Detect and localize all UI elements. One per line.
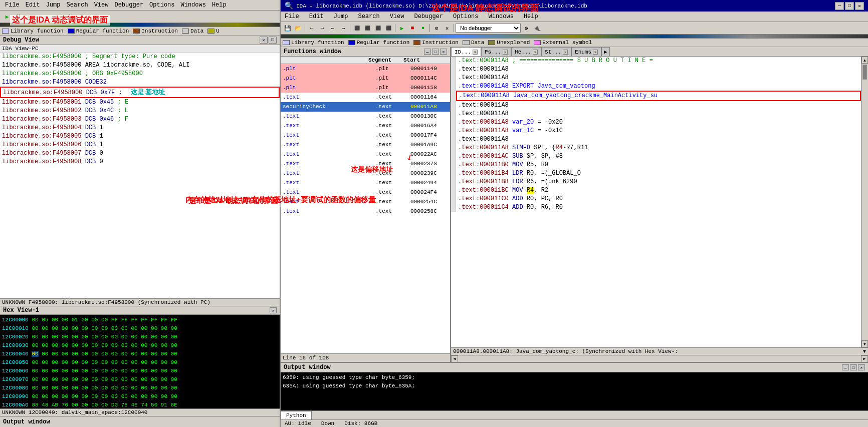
tb-gear[interactable]: ⚙: [431, 23, 442, 33]
function-item[interactable]: .text .text 000016A4: [281, 121, 450, 131]
tab-enums-close[interactable]: ✕: [593, 50, 598, 55]
disk-status: Disk: 86GB: [344, 420, 377, 426]
ida-code-line: .text:000011B8 LDR R6, =(unk_6290: [456, 178, 861, 186]
tb-circle[interactable]: ●: [418, 23, 428, 33]
fwd2-btn[interactable]: ⇒: [338, 23, 348, 33]
fw-col-start: Start: [403, 57, 441, 63]
tab-id[interactable]: ID... ✕: [451, 47, 481, 56]
debug-restore-btn[interactable]: □: [269, 37, 277, 44]
tb-btn4[interactable]: ⬛: [383, 23, 393, 33]
hex-line: 12C00000 00 05 00 00 01 00 00 00 FF FF F…: [2, 316, 278, 324]
code-area-header: IDA View-PC: [0, 45, 280, 53]
fwd-btn[interactable]: →: [317, 23, 327, 33]
code-scrollbar[interactable]: ▲ ▼: [861, 57, 868, 347]
fw-title: Functions window: [284, 48, 341, 55]
ida-menu-search[interactable]: Search: [356, 13, 381, 21]
tab-st[interactable]: St... ✕: [541, 47, 571, 56]
ida-menu-jump[interactable]: Jump: [332, 13, 350, 21]
hex-line: 12C00030 00 00 00 00 00 00 00 00 00 00 0…: [2, 341, 278, 350]
function-item[interactable]: .text .text 00001164: [281, 93, 450, 102]
tb-btn2[interactable]: ⬛: [362, 23, 372, 33]
ida-menu-view[interactable]: View: [388, 13, 406, 21]
tab-enums[interactable]: Enums ✕: [571, 47, 601, 56]
tab-python[interactable]: Python: [281, 411, 312, 419]
ow-restore[interactable]: □: [850, 364, 857, 370]
tb-btn1[interactable]: ⬛: [352, 23, 362, 33]
ida-code-line: .text:000011A8 var_1C = -0x1C: [456, 127, 861, 135]
ow-title-bar: Output window — □ ✕: [281, 363, 868, 372]
open-btn[interactable]: 📂: [293, 23, 303, 33]
menu-jump[interactable]: Jump: [43, 1, 64, 9]
tb-btn3[interactable]: ⬛: [373, 23, 383, 33]
win-minimize-btn[interactable]: —: [835, 2, 844, 10]
debug-close-btn[interactable]: ✕: [260, 37, 268, 44]
save-btn[interactable]: 💾: [283, 23, 293, 33]
code-line: libcrackme.so:F4958004 DCB 1: [0, 124, 280, 132]
tab-ps-close[interactable]: ✕: [503, 50, 508, 55]
menu-help[interactable]: Help: [209, 1, 230, 9]
function-item[interactable]: .text .text 00001A9C: [281, 140, 450, 150]
tb-x[interactable]: ✕: [442, 23, 452, 33]
tab-st-close[interactable]: ✕: [563, 50, 568, 55]
tab-he-close[interactable]: ✕: [533, 50, 538, 55]
ida-code-line: .text:000011A8: [456, 110, 861, 118]
tab-he[interactable]: He... ✕: [511, 47, 541, 56]
function-item[interactable]: .text .text 00002494: [281, 178, 450, 188]
scroll-up-btn[interactable]: ▲: [861, 57, 868, 64]
menu-debugger[interactable]: Debugger: [111, 1, 146, 9]
menu-edit[interactable]: Edit: [23, 1, 43, 9]
ida-menu-windows[interactable]: Windows: [487, 13, 516, 21]
function-item-selected[interactable]: securityCheck .text 000011A8: [281, 102, 450, 112]
tb-analyze[interactable]: ▶: [397, 23, 407, 33]
fw-minimize[interactable]: —: [424, 49, 431, 55]
tb-settings[interactable]: ⚙: [521, 23, 531, 33]
tb-connect[interactable]: 🔌: [532, 23, 542, 33]
ida-legend: Library function Regular function Instru…: [281, 39, 868, 47]
output-window: Output window — □ ✕ 6359: using guessed …: [281, 362, 868, 427]
ida-menu-help[interactable]: Help: [522, 13, 540, 21]
tab-id-close[interactable]: ✕: [473, 50, 478, 55]
ow-close[interactable]: ✕: [858, 364, 865, 370]
ow-line: 635A: using guessed type char byte_635A;: [283, 382, 866, 390]
menu-windows[interactable]: Windows: [178, 1, 209, 9]
hex-line: 12C00070 00 00 00 00 00 00 00 00 00 00 0…: [2, 375, 278, 384]
back2-btn[interactable]: ⇐: [328, 23, 338, 33]
ida-tabs-bar: ID... ✕ Ps... ✕ He... ✕ St...: [451, 47, 868, 57]
ida-code-line: .text:000011A8 EXPORT Java_com_vaotong: [456, 82, 861, 91]
function-item[interactable]: .text .text 000017F4: [281, 131, 450, 140]
tb-stop[interactable]: ■: [407, 23, 417, 33]
debugger-select[interactable]: No debugger: [456, 24, 521, 33]
function-item[interactable]: .plt .plt 00001140: [281, 64, 450, 74]
scroll-down-btn[interactable]: ▼: [861, 340, 868, 347]
fw-close[interactable]: ✕: [440, 49, 447, 55]
back-btn[interactable]: ←: [307, 23, 317, 33]
fw-restore[interactable]: □: [432, 49, 439, 55]
selected-code-line[interactable]: libcrackme.so:F4958000 DCB 0x7F ; 这是 基地址: [0, 87, 280, 98]
function-item[interactable]: .plt .plt 00001158: [281, 83, 450, 93]
hex-content: 12C00000 00 05 00 00 01 00 00 00 FF FF F…: [0, 315, 280, 408]
offset-annotation: 这是偏移地址: [351, 165, 393, 174]
ida-menu-debugger[interactable]: Debugger: [412, 13, 445, 21]
hscroll-left[interactable]: ◀: [451, 355, 458, 362]
scroll-thumb[interactable]: [862, 65, 867, 80]
menu-options[interactable]: Options: [146, 1, 177, 9]
ida-menu-edit[interactable]: Edit: [307, 13, 326, 21]
ow-minimize[interactable]: —: [842, 364, 849, 370]
menu-file[interactable]: File: [2, 1, 23, 9]
tab-ps[interactable]: Ps... ✕: [481, 47, 511, 56]
function-item[interactable]: .text .text 0000258C: [281, 207, 450, 216]
function-item[interactable]: .text .text 0000130C: [281, 112, 450, 121]
menu-search[interactable]: Search: [63, 1, 91, 9]
menu-view[interactable]: View: [91, 1, 112, 9]
left-output-window: Output window: [0, 416, 280, 427]
function-item[interactable]: .plt .plt 0000114C: [281, 74, 450, 83]
ida-menu-file[interactable]: File: [283, 13, 301, 21]
hscroll-right[interactable]: ▶: [861, 355, 868, 362]
function-item[interactable]: .text .text 000022AC: [281, 150, 450, 159]
win-maximize-btn[interactable]: □: [845, 2, 854, 10]
tab-more[interactable]: ▶: [601, 47, 610, 56]
hex-close-btn[interactable]: ✕: [270, 307, 277, 313]
ida-menu-options[interactable]: Options: [451, 13, 480, 21]
ida-code-line-r4: .text:000011BC MOV R4, R2: [456, 186, 861, 195]
win-close-btn[interactable]: ✕: [855, 2, 864, 10]
